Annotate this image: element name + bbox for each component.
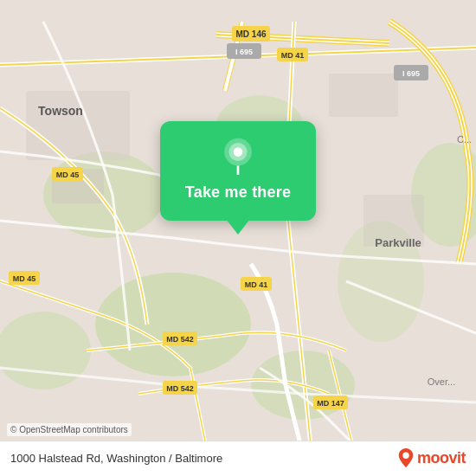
svg-text:MD 45: MD 45 <box>13 274 36 283</box>
moovit-logo: moovit <box>398 448 466 467</box>
svg-text:MD 146: MD 146 <box>235 29 266 39</box>
moovit-pin-icon <box>398 448 414 467</box>
svg-point-4 <box>0 312 91 389</box>
map-attribution: © OpenStreetMap contributors <box>7 423 132 436</box>
moovit-brand-label: moovit <box>417 449 466 467</box>
svg-text:MD 45: MD 45 <box>56 170 80 179</box>
bottom-bar: 1000 Halstead Rd, Washington / Baltimore… <box>0 441 476 476</box>
map-background: MD 146 I 695 I 695 MD 41 MD 45 MD 45 MD … <box>0 0 476 476</box>
svg-text:I 695: I 695 <box>402 69 420 78</box>
location-pin-icon <box>219 137 257 175</box>
svg-text:MD 147: MD 147 <box>317 399 344 408</box>
svg-text:Towson: Towson <box>38 104 83 118</box>
svg-text:I 695: I 695 <box>235 48 253 56</box>
svg-text:MD 41: MD 41 <box>281 51 305 60</box>
svg-text:MD 542: MD 542 <box>166 384 194 393</box>
svg-text:MD 41: MD 41 <box>245 280 268 289</box>
take-me-there-button[interactable]: Take me there <box>185 183 291 202</box>
svg-point-1 <box>95 273 251 376</box>
svg-text:Parkville: Parkville <box>375 236 421 249</box>
svg-text:C...: C... <box>457 134 472 145</box>
svg-point-40 <box>234 147 243 157</box>
svg-text:MD 542: MD 542 <box>166 335 194 344</box>
svg-rect-10 <box>329 74 398 117</box>
svg-point-41 <box>402 453 408 459</box>
map-container: MD 146 I 695 I 695 MD 41 MD 45 MD 45 MD … <box>0 0 476 476</box>
svg-text:Over...: Over... <box>428 376 455 387</box>
popup-card: Take me there <box>160 121 316 221</box>
address-label: 1000 Halstead Rd, Washington / Baltimore <box>10 452 222 465</box>
svg-rect-8 <box>26 91 130 160</box>
